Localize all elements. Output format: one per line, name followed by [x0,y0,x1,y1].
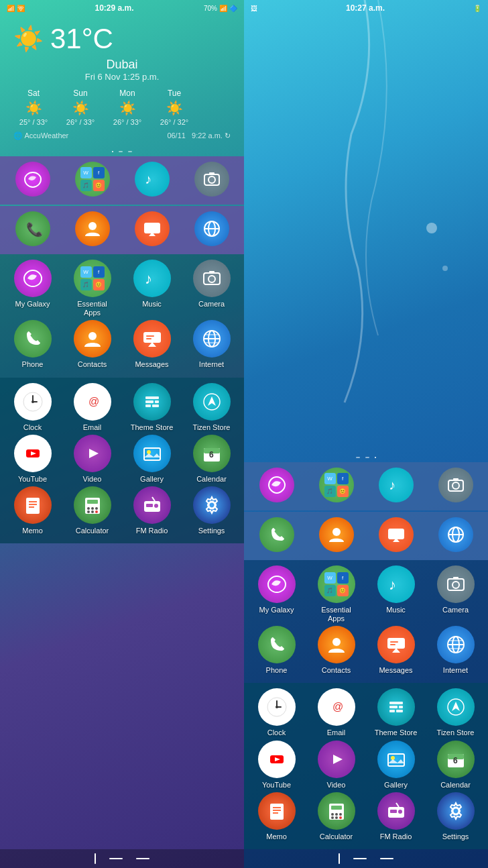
right-nav-dash1[interactable] [353,858,367,859]
right-app-gallery[interactable]: Gallery [369,741,423,790]
right-page-dot-active [375,457,376,458]
right-app-calculator[interactable]: Calculator [310,792,363,841]
right-dock-messages[interactable] [372,517,420,555]
svg-point-75 [452,582,459,588]
right-app-messages[interactable]: Messages [369,626,423,675]
dock-internet[interactable] [188,211,236,249]
app-themestore[interactable]: Theme Store [125,383,179,432]
dock-essential[interactable]: W f 🎵 😊 [68,162,117,199]
right-app-tizenstore-label: Tizen Store [437,728,475,737]
app-camera[interactable]: Camera [185,260,239,309]
app-essential[interactable]: W f 🎵 😊 EssentialApps [66,260,119,317]
right-dock-row2 [244,512,488,560]
right-app-calendar[interactable]: 6 Calendar [429,741,483,790]
right-app-music[interactable]: ♪ Music [369,565,423,614]
right-app-clock[interactable]: Clock [250,688,304,737]
right-app-calendar-label: Calendar [440,781,471,790]
right-app-themestore[interactable]: Theme Store [369,688,423,737]
app-memo[interactable]: Memo [6,486,60,535]
right-app-essential[interactable]: W f 🎵 😊 EssentialApps [310,565,363,623]
app-contacts-label: Contacts [78,360,107,369]
left-dock-row1: W f 🎵 😊 ♪ [0,156,244,205]
right-app-memo[interactable]: Memo [250,792,304,841]
svg-rect-13 [209,271,215,274]
right-app-youtube[interactable]: YouTube [250,741,304,790]
right-time: 10:27 a.m. [346,3,385,13]
left-phone-panel: 📶 🛜 10:29 a.m. 70% 📶 🔷 ☀️ [0,0,244,868]
svg-rect-96 [396,710,403,712]
app-clock[interactable]: Clock [6,383,60,432]
right-app-mygalaxy[interactable]: My Galaxy [250,565,304,614]
right-dock-internet[interactable] [432,517,480,555]
right-dock-music[interactable]: ♪ [372,468,420,505]
left-apps-row5: Memo Calculator FM Radio [3,486,241,535]
right-dock-mygalaxy[interactable] [253,468,301,505]
svg-point-89 [276,706,278,708]
right-app-internet[interactable]: Internet [429,626,483,675]
app-video[interactable]: Video [66,435,119,484]
app-calendar[interactable]: 6 Calendar [185,435,239,484]
app-contacts[interactable]: Contacts [66,320,119,369]
svg-rect-79 [390,641,398,643]
right-dock-phone[interactable] [253,517,301,555]
right-dock-essential[interactable]: W f 🎵 😊 [312,468,361,505]
app-clock-label: Clock [23,423,42,432]
right-nav-dash2[interactable] [380,858,393,859]
right-apps-row1: My Galaxy W f 🎵 😊 Esse [247,565,485,623]
right-app-camera[interactable]: Camera [429,565,483,614]
left-nav-dash2[interactable] [136,858,149,859]
right-app-themestore-label: Theme Store [375,728,418,737]
svg-point-61 [208,502,215,508]
left-nav-dash1[interactable] [109,858,123,859]
svg-point-77 [332,638,341,646]
app-youtube[interactable]: YouTube [6,435,60,484]
svg-rect-121 [390,810,397,813]
right-app-settings[interactable]: Settings [429,792,483,841]
right-app-fmradio-label: FM Radio [380,832,412,841]
right-page-dot-2 [365,457,369,458]
right-app-fmradio[interactable]: FM Radio [369,792,423,841]
app-fmradio[interactable]: FM Radio [125,486,179,535]
left-nav-line[interactable] [95,853,96,864]
app-tizenstore[interactable]: Tizen Store [185,383,239,432]
accuweather-label: 🌐 AccuWeather [13,131,68,140]
right-app-email[interactable]: @ Email [310,688,363,737]
app-settings[interactable]: Settings [185,486,239,535]
svg-point-117 [331,816,334,819]
app-phone[interactable]: Phone [6,320,60,369]
dock-music[interactable]: ♪ [128,162,176,199]
svg-point-114 [331,813,334,816]
dock-messages[interactable] [128,211,176,249]
app-gallery[interactable]: Gallery [125,435,179,484]
right-app-contacts[interactable]: Contacts [310,626,363,675]
app-internet[interactable]: Internet [185,320,239,369]
left-apps-section2: Clock @ Email [0,378,244,544]
app-mygalaxy[interactable]: My Galaxy [6,260,60,309]
dock-camera[interactable] [188,162,236,199]
right-nav-line[interactable] [339,853,340,864]
right-page-indicators [244,453,488,462]
right-dock-camera[interactable] [432,468,480,505]
right-dock-contacts[interactable] [312,517,361,555]
right-app-settings-label: Settings [442,832,469,841]
right-app-phone[interactable]: Phone [250,626,304,675]
right-app-tizenstore[interactable]: Tizen Store [429,688,483,737]
dock-mygalaxy[interactable] [9,162,57,199]
app-email[interactable]: @ Email [66,383,119,432]
svg-point-118 [335,816,338,819]
svg-rect-32 [145,404,151,407]
page-dot-active [112,151,113,152]
right-app-video[interactable]: Video [310,741,363,790]
dock-contacts[interactable] [68,211,117,249]
svg-point-14 [88,332,97,340]
app-messages[interactable]: Messages [125,320,179,369]
right-left-icons: 🖼 [251,5,257,12]
dock-phone[interactable]: 📞 [9,211,57,249]
right-app-essential-label: EssentialApps [321,606,351,623]
weather-updated: 06/11 9:22 a.m. ↻ [167,131,231,140]
app-calculator[interactable]: Calculator [66,486,119,535]
app-music[interactable]: ♪ Music [125,260,179,309]
svg-rect-16 [146,335,154,337]
app-settings-label: Settings [198,527,225,535]
right-wallpaper-area [244,16,488,453]
